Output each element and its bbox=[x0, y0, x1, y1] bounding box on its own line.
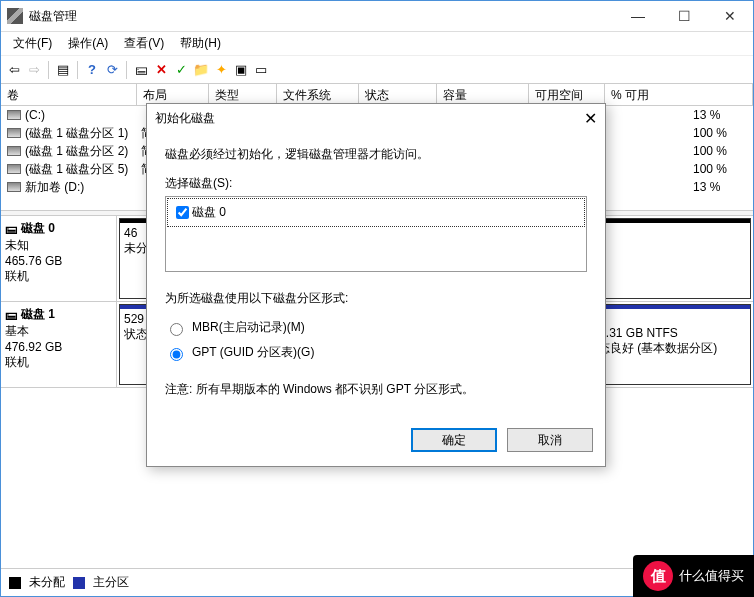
legend-unalloc-swatch bbox=[9, 577, 21, 589]
rescan-icon[interactable]: 🖴 bbox=[132, 61, 150, 79]
col-status[interactable]: 状态 bbox=[359, 84, 437, 105]
menu-file[interactable]: 文件(F) bbox=[5, 33, 60, 54]
disk-info-line: 联机 bbox=[5, 268, 112, 285]
disk-checkbox[interactable] bbox=[176, 206, 189, 219]
disk-icon: 🖴 bbox=[5, 308, 17, 322]
disk-name: 磁盘 0 bbox=[21, 220, 55, 237]
disk-info-line: 联机 bbox=[5, 354, 112, 371]
volume-pct: 100 % bbox=[693, 162, 753, 176]
partition-box[interactable]: (D:) 195.31 GB NTFS 状态良好 (基本数据分区) bbox=[581, 304, 751, 385]
mbr-radio[interactable] bbox=[170, 323, 183, 336]
minimize-button[interactable]: ― bbox=[615, 1, 661, 31]
volume-icon bbox=[7, 110, 21, 120]
menu-view[interactable]: 查看(V) bbox=[116, 33, 172, 54]
disk-info-line: 基本 bbox=[5, 323, 112, 340]
toolbar: ⇦ ⇨ ▤ ? ⟳ 🖴 ✕ ✓ 📁 ✦ ▣ ▭ bbox=[1, 56, 753, 84]
menubar: 文件(F) 操作(A) 查看(V) 帮助(H) bbox=[1, 32, 753, 56]
disk-info-line: 476.92 GB bbox=[5, 340, 112, 354]
volume-icon bbox=[7, 164, 21, 174]
watermark-badge: 值 bbox=[643, 561, 673, 591]
volume-icon bbox=[7, 182, 21, 192]
col-pct[interactable]: % 可用 bbox=[605, 84, 753, 105]
forward-icon[interactable]: ⇨ bbox=[25, 61, 43, 79]
volume-pct: 13 % bbox=[693, 108, 753, 122]
menu-help[interactable]: 帮助(H) bbox=[172, 33, 229, 54]
volume-pct: 13 % bbox=[693, 180, 753, 194]
dialog-description: 磁盘必须经过初始化，逻辑磁盘管理器才能访问。 bbox=[165, 146, 587, 163]
col-type[interactable]: 类型 bbox=[209, 84, 277, 105]
disk-option-row[interactable]: 磁盘 0 bbox=[167, 198, 585, 227]
volume-name: (C:) bbox=[25, 108, 141, 122]
help-icon[interactable]: ? bbox=[83, 61, 101, 79]
disk-header[interactable]: 🖴磁盘 1基本476.92 GB联机 bbox=[1, 302, 117, 387]
dialog-close-button[interactable]: ✕ bbox=[584, 109, 597, 128]
col-capacity[interactable]: 容量 bbox=[437, 84, 529, 105]
partition-size: 195.31 GB NTFS bbox=[586, 326, 746, 340]
menu-action[interactable]: 操作(A) bbox=[60, 33, 116, 54]
new-icon[interactable]: ✦ bbox=[212, 61, 230, 79]
col-free[interactable]: 可用空间 bbox=[529, 84, 605, 105]
ok-button[interactable]: 确定 bbox=[411, 428, 497, 452]
close-button[interactable]: ✕ bbox=[707, 1, 753, 31]
volume-icon bbox=[7, 128, 21, 138]
legend-primary-swatch bbox=[73, 577, 85, 589]
maximize-button[interactable]: ☐ bbox=[661, 1, 707, 31]
volume-pct: 100 % bbox=[693, 144, 753, 158]
dialog-title: 初始化磁盘 bbox=[155, 110, 215, 127]
disk-header[interactable]: 🖴磁盘 0未知465.76 GB联机 bbox=[1, 216, 117, 301]
disk-option-label: 磁盘 0 bbox=[192, 204, 226, 221]
legend-primary-label: 主分区 bbox=[93, 574, 129, 591]
cards-icon[interactable]: ▣ bbox=[232, 61, 250, 79]
refresh-icon[interactable]: ⟳ bbox=[103, 61, 121, 79]
partition-status: 状态良好 (基本数据分区) bbox=[586, 340, 746, 357]
volume-name: (磁盘 1 磁盘分区 1) bbox=[25, 125, 141, 142]
partition-style-label: 为所选磁盘使用以下磁盘分区形式: bbox=[165, 290, 587, 307]
window-icon[interactable]: ▭ bbox=[252, 61, 270, 79]
disk-info-line: 465.76 GB bbox=[5, 254, 112, 268]
disk-icon: 🖴 bbox=[5, 222, 17, 236]
volume-name: (磁盘 1 磁盘分区 2) bbox=[25, 143, 141, 160]
gpt-radio[interactable] bbox=[170, 348, 183, 361]
panel-icon[interactable]: ▤ bbox=[54, 61, 72, 79]
app-icon bbox=[7, 8, 23, 24]
disk-selection-list[interactable]: 磁盘 0 bbox=[165, 196, 587, 272]
dialog-note: 注意: 所有早期版本的 Windows 都不识别 GPT 分区形式。 bbox=[165, 381, 587, 398]
volume-name: 新加卷 (D:) bbox=[25, 179, 141, 196]
check-icon[interactable]: ✓ bbox=[172, 61, 190, 79]
col-volume[interactable]: 卷 bbox=[1, 84, 137, 105]
gpt-label: GPT (GUID 分区表)(G) bbox=[192, 344, 314, 361]
legend-unalloc-label: 未分配 bbox=[29, 574, 65, 591]
mbr-label: MBR(主启动记录)(M) bbox=[192, 319, 305, 336]
volume-pct: 100 % bbox=[693, 126, 753, 140]
delete-icon[interactable]: ✕ bbox=[152, 61, 170, 79]
partition-name: (D:) bbox=[586, 312, 746, 326]
cancel-button[interactable]: 取消 bbox=[507, 428, 593, 452]
dialog-titlebar: 初始化磁盘 ✕ bbox=[147, 104, 605, 132]
watermark: 值 什么值得买 bbox=[633, 555, 754, 597]
disk-info-line: 未知 bbox=[5, 237, 112, 254]
titlebar: 磁盘管理 ― ☐ ✕ bbox=[1, 1, 753, 32]
initialize-disk-dialog: 初始化磁盘 ✕ 磁盘必须经过初始化，逻辑磁盘管理器才能访问。 选择磁盘(S): … bbox=[146, 103, 606, 467]
disk-name: 磁盘 1 bbox=[21, 306, 55, 323]
col-fs[interactable]: 文件系统 bbox=[277, 84, 359, 105]
watermark-text: 什么值得买 bbox=[679, 567, 744, 585]
volume-name: (磁盘 1 磁盘分区 5) bbox=[25, 161, 141, 178]
title-text: 磁盘管理 bbox=[29, 8, 77, 25]
back-icon[interactable]: ⇦ bbox=[5, 61, 23, 79]
select-disk-label: 选择磁盘(S): bbox=[165, 175, 587, 192]
folder-icon[interactable]: 📁 bbox=[192, 61, 210, 79]
col-layout[interactable]: 布局 bbox=[137, 84, 209, 105]
volume-icon bbox=[7, 146, 21, 156]
